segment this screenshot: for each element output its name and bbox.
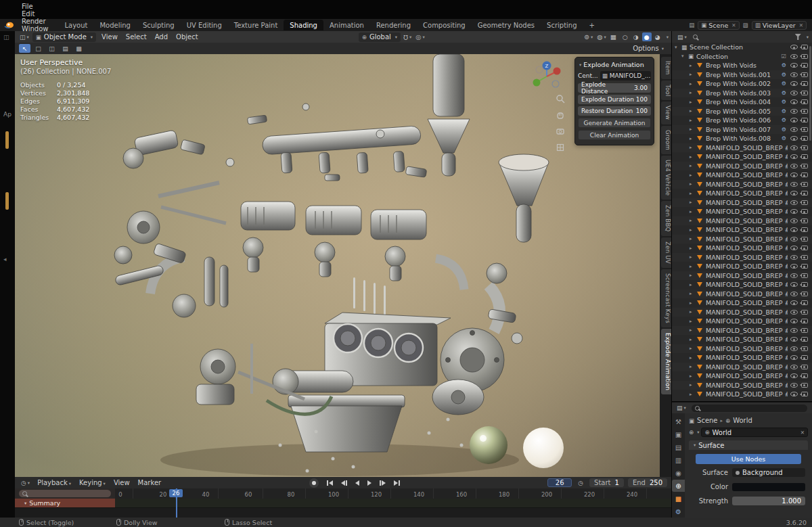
visibility-eye-icon[interactable] <box>790 383 798 388</box>
visibility-eye-icon[interactable] <box>790 355 798 360</box>
render-camera-icon[interactable] <box>801 200 808 205</box>
expand-arrow-icon[interactable]: ▸ <box>690 81 696 87</box>
render-camera-icon[interactable] <box>801 136 808 141</box>
surface-panel-header[interactable]: ▾ Surface <box>689 440 808 450</box>
outliner-row[interactable]: ▸MANIFOLD_SOLID_BREP #22… <box>672 335 812 344</box>
wireframe-shading-icon[interactable]: ○ <box>621 32 630 41</box>
outliner-row[interactable]: ▸MANIFOLD_SOLID_BREP #22… <box>672 253 812 262</box>
visibility-eye-icon[interactable] <box>790 310 798 315</box>
render-camera-icon[interactable] <box>801 45 808 49</box>
render-camera-icon[interactable] <box>801 164 808 168</box>
render-camera-icon[interactable] <box>801 255 808 260</box>
breadcrumb-scene[interactable]: Scene <box>697 417 718 424</box>
sidebar-tab-item[interactable]: Item <box>661 57 671 79</box>
jump-to-start-button[interactable] <box>325 478 334 487</box>
outliner-row[interactable]: ▸MANIFOLD_SOLID_BREP #21… <box>672 143 812 153</box>
timeline-ruler[interactable]: 020406080100120140160180200220240 <box>15 488 671 499</box>
workspace-tab-sculpting[interactable]: Sculpting <box>137 20 181 30</box>
select-mode-new-icon[interactable]: □ <box>32 44 44 53</box>
expand-arrow-icon[interactable]: ▸ <box>690 127 696 132</box>
outliner-row[interactable]: ▸MANIFOLD_SOLID_BREP #22… <box>672 381 812 390</box>
expand-arrow-icon[interactable]: ▸ <box>690 227 696 233</box>
properties-tab-output[interactable]: ▤ <box>672 441 685 453</box>
expand-arrow-icon[interactable]: ▸ <box>690 236 696 242</box>
expand-arrow-icon[interactable]: ▸ <box>690 282 696 288</box>
previous-keyframe-button[interactable] <box>340 478 348 487</box>
select-mode-extend-icon[interactable]: ◫ <box>46 44 58 53</box>
visibility-eye-icon[interactable] <box>790 99 798 104</box>
outliner-row[interactable]: ▸Brep With Voids.008⚙ <box>672 134 812 143</box>
render-camera-icon[interactable] <box>801 91 808 95</box>
play-button[interactable] <box>366 478 373 487</box>
sidebar-tab-screencast-keys[interactable]: Screencast Keys <box>661 269 671 327</box>
properties-tab-tool[interactable]: ⚒ <box>672 415 685 428</box>
editor-type-icon[interactable]: ◫▾ <box>18 34 31 41</box>
outliner-row[interactable]: ▸Brep With Voids.005⚙ <box>672 107 812 116</box>
use-nodes-button[interactable]: Use Nodes <box>696 454 801 464</box>
outliner-row[interactable]: ▸MANIFOLD_SOLID_BREP #22… <box>672 225 812 235</box>
expand-arrow-icon[interactable]: ▸ <box>690 154 696 160</box>
material-preview-icon[interactable]: ● <box>642 32 652 41</box>
visibility-eye-icon[interactable] <box>790 91 798 95</box>
outliner-row[interactable]: ▸MANIFOLD_SOLID_BREP #22… <box>672 290 812 299</box>
expand-arrow-icon[interactable]: ▾ <box>675 45 681 50</box>
expand-arrow-icon[interactable]: ▸ <box>690 309 696 315</box>
render-camera-icon[interactable] <box>801 383 808 388</box>
menu-file[interactable]: File <box>17 3 53 10</box>
render-camera-icon[interactable] <box>801 392 808 396</box>
expand-arrow-icon[interactable]: ▸ <box>690 99 696 105</box>
zoom-icon[interactable] <box>555 93 566 104</box>
select-mode-intersect-icon[interactable]: ▩ <box>73 44 85 53</box>
expand-arrow-icon[interactable]: ▸ <box>690 300 696 306</box>
outliner-row[interactable]: ▸Brep With Voids.004⚙ <box>672 97 812 107</box>
outliner-row[interactable]: ▸MANIFOLD_SOLID_BREP #22… <box>672 326 812 336</box>
visibility-eye-icon[interactable] <box>790 191 798 196</box>
expand-arrow-icon[interactable]: ▸ <box>690 273 696 278</box>
visibility-eye-icon[interactable] <box>790 237 798 242</box>
render-camera-icon[interactable] <box>801 118 808 122</box>
viewport-canvas[interactable]: User Perspective (26) Collection | NONE.… <box>15 54 660 477</box>
timeline-menu-view[interactable]: View <box>110 479 134 486</box>
expand-arrow-icon[interactable]: ▸ <box>690 264 696 269</box>
expand-arrow-icon[interactable]: ▸ <box>690 145 696 150</box>
workspace-tab-rendering[interactable]: Rendering <box>370 20 417 30</box>
expand-arrow-icon[interactable]: ▸ <box>690 254 696 260</box>
visibility-eye-icon[interactable] <box>790 255 798 260</box>
visibility-eye-icon[interactable] <box>790 328 798 333</box>
snap-magnet-icon[interactable]: Ω▾ <box>402 34 413 41</box>
visibility-eye-icon[interactable] <box>790 392 798 396</box>
expand-arrow-icon[interactable]: ▸ <box>690 382 696 388</box>
color-swatch[interactable] <box>732 483 805 491</box>
render-camera-icon[interactable] <box>801 145 808 150</box>
summary-channel[interactable]: ▾ Summary <box>15 499 115 507</box>
breadcrumb-world[interactable]: World <box>733 417 752 424</box>
workspace-tab-texture-paint[interactable]: Texture Paint <box>228 20 284 30</box>
outliner-row[interactable]: ▸MANIFOLD_SOLID_BREP #22… <box>672 244 812 253</box>
outliner-row[interactable]: ▸MANIFOLD_SOLID_BREP #22… <box>672 344 812 354</box>
chevron-down-icon[interactable]: ▾ <box>697 430 699 435</box>
close-icon[interactable]: ✕ <box>799 22 803 28</box>
render-camera-icon[interactable] <box>801 54 808 59</box>
mode-select[interactable]: ▣ Object Mode ▾ <box>32 32 96 42</box>
expand-arrow-icon[interactable]: ▸ <box>690 209 696 214</box>
play-reverse-button[interactable] <box>354 478 361 487</box>
playhead-frame-chip[interactable]: 26 <box>169 489 183 497</box>
visibility-eye-icon[interactable] <box>790 346 798 351</box>
outliner-row[interactable]: ▸MANIFOLD_SOLID_BREP #22… <box>672 262 812 271</box>
workspace-tab-layout[interactable]: Layout <box>58 20 93 30</box>
expand-arrow-icon[interactable]: ▸ <box>690 136 696 141</box>
expand-arrow-icon[interactable]: ▸ <box>690 291 696 296</box>
render-camera-icon[interactable] <box>801 310 808 315</box>
dopesheet-empty-area[interactable] <box>15 507 671 518</box>
render-camera-icon[interactable] <box>801 127 808 132</box>
render-camera-icon[interactable] <box>801 292 808 296</box>
render-camera-icon[interactable] <box>801 328 808 333</box>
outliner-row[interactable]: ▸MANIFOLD_SOLID_BREP #22… <box>672 235 812 244</box>
visibility-eye-icon[interactable] <box>790 246 798 250</box>
render-camera-icon[interactable] <box>801 264 808 269</box>
render-camera-icon[interactable] <box>801 81 808 86</box>
outliner-row[interactable]: ▸MANIFOLD_SOLID_BREP #21… <box>672 180 812 189</box>
xray-toggle-icon[interactable]: ▦ <box>609 33 618 41</box>
visibility-eye-icon[interactable] <box>790 81 798 86</box>
expand-arrow-icon[interactable]: ▸ <box>690 355 696 361</box>
